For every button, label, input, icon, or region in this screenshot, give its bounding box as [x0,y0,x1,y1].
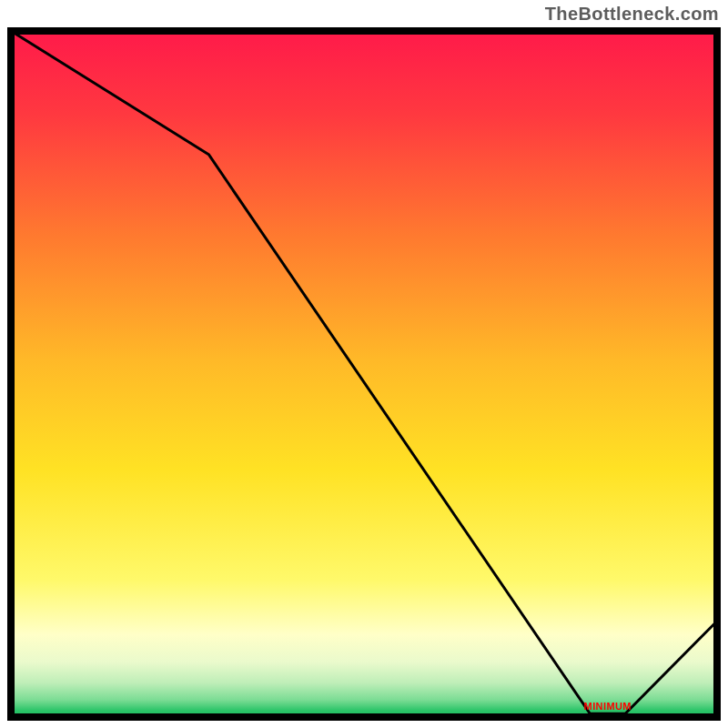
chart-stage: TheBottleneck.com [0,0,728,728]
minimum-label: MINIMUM [584,701,632,712]
gradient-background [11,31,717,717]
attribution-text: TheBottleneck.com [545,4,719,25]
bottleneck-chart: MINIMUM [7,27,721,721]
chart-svg [7,27,721,721]
